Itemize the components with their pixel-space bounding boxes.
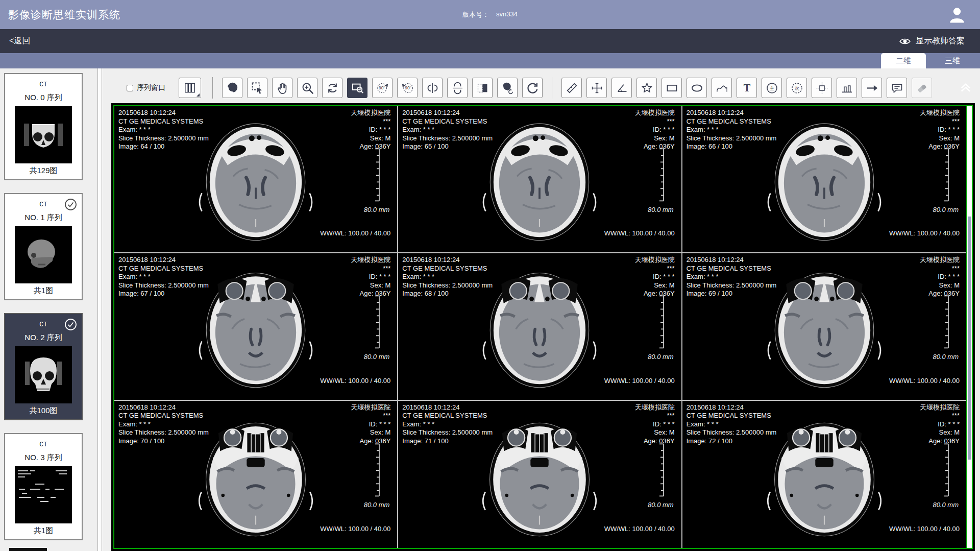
collapse-toolbar-button[interactable]: [959, 80, 973, 96]
hospital-name: 天堰模拟医院: [351, 109, 390, 117]
ct-viewport-0[interactable]: 20150618 10:12:24 CT GE MEDICAL SYSTEMS …: [114, 106, 398, 253]
sidebar-scrollbar[interactable]: [97, 68, 102, 551]
ct-viewport-8[interactable]: 20150618 10:12:24 CT GE MEDICAL SYSTEMS …: [682, 401, 966, 548]
ct-viewport-6[interactable]: 20150618 10:12:24 CT GE MEDICAL SYSTEMS …: [114, 401, 398, 548]
main-marker-tool-button[interactable]: 主: [762, 78, 782, 98]
patient-age: Age: 036Y: [920, 142, 960, 151]
ellipse-tool-button[interactable]: [687, 78, 707, 98]
series-title: NO. 2 序列: [5, 333, 82, 343]
patient-sex: Sex: M: [920, 281, 960, 290]
back-button[interactable]: <返回: [9, 36, 30, 46]
device-name: CT GE MEDICAL SYSTEMS: [687, 265, 777, 273]
select-tool-button[interactable]: [247, 78, 267, 98]
patient-sex: Sex: M: [635, 281, 675, 290]
svg-text:主: 主: [770, 85, 774, 90]
patient-id: ID: * * *: [920, 273, 960, 281]
text-tool-button[interactable]: T: [737, 78, 757, 98]
secondary-marker-tool-button[interactable]: 次: [787, 78, 807, 98]
svg-text:90°: 90°: [379, 85, 385, 90]
series-card-3[interactable]: CT NO. 3 序列 共1图: [4, 433, 83, 540]
patient-name-masked: ***: [351, 117, 390, 126]
tab-2d[interactable]: 二维: [881, 53, 926, 68]
ruler-tool-button[interactable]: [561, 78, 582, 98]
acquisition-datetime: 20150618 10:12:24: [402, 109, 493, 117]
crosshair-tool-button[interactable]: [586, 78, 607, 98]
series-thumbnail[interactable]: [15, 226, 72, 283]
invert-tool-button[interactable]: [472, 78, 493, 98]
comment-tool-button[interactable]: [887, 78, 907, 98]
user-avatar-icon[interactable]: [947, 5, 967, 25]
image-index: Image: 64 / 100: [118, 142, 209, 151]
ct-slice-image: [473, 109, 607, 250]
slice-thickness: Slice Thickness: 2.500000 mm: [687, 428, 777, 437]
ct-viewport-4[interactable]: 20150618 10:12:24 CT GE MEDICAL SYSTEMS …: [398, 253, 682, 400]
curve-tool-button[interactable]: [712, 78, 732, 98]
ct-viewport-2[interactable]: 20150618 10:12:24 CT GE MEDICAL SYSTEMS …: [682, 106, 966, 253]
ct-viewport-5[interactable]: 20150618 10:12:24 CT GE MEDICAL SYSTEMS …: [682, 253, 966, 400]
arrow-tool-button[interactable]: [862, 78, 882, 98]
tab-3d[interactable]: 三维: [930, 53, 975, 68]
flip-vertical-tool-button[interactable]: [447, 78, 468, 98]
viewport-overlay-left: 20150618 10:12:24 CT GE MEDICAL SYSTEMS …: [402, 256, 493, 298]
ct-viewport-3[interactable]: 20150618 10:12:24 CT GE MEDICAL SYSTEMS …: [114, 253, 398, 400]
device-name: CT GE MEDICAL SYSTEMS: [687, 412, 777, 420]
rotate-90-ccw-tool-button[interactable]: 90°: [372, 78, 393, 98]
zoom-tool-button[interactable]: [297, 78, 317, 98]
region-zoom-tool-button[interactable]: [347, 78, 368, 98]
scale-label: 80.0 mm: [933, 206, 959, 213]
series-window-toggle[interactable]: 序列窗口: [127, 83, 165, 92]
reset-tool-button[interactable]: [522, 78, 543, 98]
window-reset-tool-button[interactable]: [497, 78, 518, 98]
patient-age: Age: 036Y: [351, 437, 390, 446]
eye-icon: [899, 36, 911, 47]
flip-horizontal-tool-button[interactable]: [422, 78, 443, 98]
main-panel: 序列窗口 90°90° T主次 20150618 10:12:24: [102, 68, 980, 551]
windowing-tool-button[interactable]: [222, 78, 242, 98]
series-window-checkbox[interactable]: [127, 85, 133, 91]
patient-id: ID: * * *: [635, 273, 675, 281]
star-tool-button[interactable]: [636, 78, 657, 98]
viewport-overlay-left: 20150618 10:12:24 CT GE MEDICAL SYSTEMS …: [402, 109, 493, 151]
center-locator-tool-button[interactable]: [812, 78, 832, 98]
series-title: NO. 3 序列: [5, 453, 82, 463]
ct-slice-image: [757, 109, 892, 250]
partial-series-card[interactable]: [9, 548, 47, 551]
rectangle-tool-button[interactable]: [662, 78, 682, 98]
series-card-1[interactable]: CT NO. 1 序列 共1图: [4, 193, 83, 300]
profile-tool-button[interactable]: [837, 78, 857, 98]
exam-label: Exam: * * *: [402, 273, 493, 281]
pan-tool-button[interactable]: [272, 78, 292, 98]
series-thumbnail[interactable]: [15, 106, 72, 163]
viewport-overlay-left: 20150618 10:12:24 CT GE MEDICAL SYSTEMS …: [687, 109, 777, 151]
ct-viewport-7[interactable]: 20150618 10:12:24 CT GE MEDICAL SYSTEMS …: [398, 401, 682, 548]
layout-dropdown-arrow-icon: [197, 93, 200, 97]
ct-slice-image: [473, 256, 607, 397]
window-level-label: WW/WL: 100.00 / 40.00: [889, 229, 960, 237]
ct-viewport-1[interactable]: 20150618 10:12:24 CT GE MEDICAL SYSTEMS …: [398, 106, 682, 253]
series-thumbnail[interactable]: [15, 466, 72, 523]
svg-text:T: T: [743, 82, 750, 93]
slice-thickness: Slice Thickness: 2.500000 mm: [118, 281, 209, 290]
annotation-tools-group: T主次: [561, 78, 932, 98]
series-card-2[interactable]: CT NO. 2 序列 共100图: [4, 313, 83, 420]
layout-tool-button[interactable]: [179, 78, 201, 98]
series-card-0[interactable]: CT NO. 0 序列 共129图: [4, 73, 83, 180]
series-thumbnail[interactable]: [15, 346, 72, 403]
viewer-scrollbar-thumb[interactable]: [968, 217, 971, 460]
app-window: 影像诊断思维实训系统 版本号： svn334 <返回 显示教师答案 二维 三维 …: [0, 0, 980, 551]
patient-sex: Sex: M: [351, 281, 390, 290]
viewport-overlay-left: 20150618 10:12:24 CT GE MEDICAL SYSTEMS …: [118, 403, 209, 446]
patient-age: Age: 036Y: [351, 290, 390, 298]
device-name: CT GE MEDICAL SYSTEMS: [402, 412, 493, 420]
patient-age: Age: 036Y: [920, 437, 960, 446]
rotate-tool-button[interactable]: [322, 78, 342, 98]
scale-label: 80.0 mm: [364, 501, 390, 509]
eraser-tool-button: [912, 78, 932, 98]
show-answer-button[interactable]: 显示教师答案: [899, 36, 965, 47]
version-value: svn334: [496, 10, 518, 19]
device-name: CT GE MEDICAL SYSTEMS: [687, 117, 777, 126]
slice-thickness: Slice Thickness: 2.500000 mm: [118, 134, 209, 143]
rotate-90-cw-tool-button[interactable]: 90°: [397, 78, 418, 98]
angle-tool-button[interactable]: [611, 78, 632, 98]
viewer-scrollbar[interactable]: [966, 106, 972, 548]
